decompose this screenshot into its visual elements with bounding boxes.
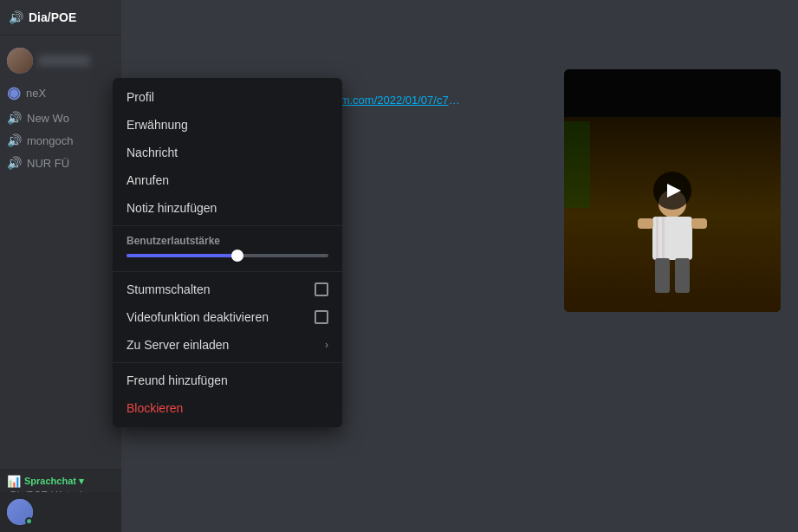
server-name: Dia/POE	[29, 10, 76, 24]
svg-rect-5	[675, 258, 690, 293]
voice-icon-3: 🔊	[7, 156, 22, 170]
ctx-nachricht[interactable]: Nachricht	[113, 139, 342, 166]
channel-list: ◉ neX 🔊 New Wo 🔊 mongoch 🔊 NUR FÜ	[0, 36, 121, 469]
channel-nur-fuer[interactable]: 🔊 NUR FÜ	[0, 152, 121, 174]
user-bar	[0, 492, 121, 532]
video-preview[interactable]	[564, 69, 781, 312]
ctx-separator-3	[113, 362, 342, 363]
volume-section: Benutzerlautstärke	[113, 230, 342, 268]
ctx-stummschalten-label: Stummschalten	[127, 282, 210, 296]
svg-rect-2	[656, 217, 659, 260]
context-menu: Profil Erwähnung Nachricht Anrufen Notiz…	[113, 78, 342, 427]
svg-rect-6	[638, 218, 653, 229]
channel-name-3: NUR FÜ	[27, 157, 69, 170]
ctx-stummschalten[interactable]: Stummschalten	[113, 276, 342, 303]
ctx-blockieren-label: Blockieren	[127, 401, 183, 415]
channel-new-wo[interactable]: 🔊 New Wo	[0, 107, 121, 129]
volume-slider-track[interactable]	[127, 254, 328, 257]
user-item[interactable]	[0, 42, 121, 79]
ctx-stummschalten-checkbox[interactable]	[315, 282, 328, 296]
server-header[interactable]: 🔊 Dia/POE	[0, 0, 121, 36]
discord-logo-icon: ◉	[7, 83, 21, 102]
nex-label: neX	[26, 87, 46, 100]
ctx-server-einladen-chevron: ›	[325, 339, 328, 351]
avatar	[7, 48, 33, 74]
volume-slider-fill	[127, 254, 237, 257]
ctx-video-deaktivieren[interactable]: Videofunktion deaktivieren	[113, 303, 342, 331]
svg-rect-3	[662, 217, 665, 260]
volume-slider-thumb[interactable]	[231, 250, 243, 262]
ctx-erwaehnung-label: Erwähnung	[127, 118, 188, 132]
ctx-nachricht-label: Nachricht	[127, 146, 178, 159]
ctx-erwaehnung[interactable]: Erwähnung	[113, 111, 342, 139]
ctx-video-deaktivieren-checkbox[interactable]	[315, 310, 328, 324]
ctx-video-deaktivieren-label: Videofunktion deaktivieren	[127, 310, 269, 324]
ctx-blockieren[interactable]: Blockieren	[113, 394, 342, 422]
channel-mongoch[interactable]: 🔊 mongoch	[0, 129, 121, 152]
voice-icon-2: 🔊	[7, 133, 22, 147]
svg-rect-7	[691, 218, 707, 229]
ctx-anrufen[interactable]: Anrufen	[113, 166, 342, 194]
ctx-freund-hinzufuegen[interactable]: Freund hinzufügen	[113, 367, 342, 394]
blurred-username	[38, 55, 90, 66]
channel-name-2: mongoch	[27, 134, 73, 147]
own-avatar	[7, 499, 33, 525]
discord-nex-item[interactable]: ◉ neX	[0, 79, 121, 107]
ctx-profil[interactable]: Profil	[113, 83, 342, 111]
ctx-freund-hinzufuegen-label: Freund hinzufügen	[127, 373, 228, 387]
ctx-notiz-label: Notiz hinzufügen	[127, 201, 217, 215]
ctx-separator-1	[113, 225, 342, 226]
play-button[interactable]	[653, 172, 691, 210]
ctx-profil-label: Profil	[127, 90, 154, 104]
channel-name-1: New Wo	[27, 112, 69, 125]
ctx-anrufen-label: Anrufen	[127, 173, 169, 187]
voice-icon-1: 🔊	[7, 111, 22, 125]
ctx-server-einladen[interactable]: Zu Server einladen ›	[113, 331, 342, 359]
sidebar: 🔊 Dia/POE ◉ neX 🔊 New Wo 🔊 mongoch 🔊 NUR…	[0, 0, 121, 532]
volume-label: Benutzerlautstärke	[127, 235, 328, 247]
speaker-icon: 🔊	[9, 10, 23, 24]
sprachchat-label: Sprachchat ▾	[24, 476, 84, 487]
ctx-server-einladen-label: Zu Server einladen	[127, 338, 229, 352]
voice-status-label: 📊 Sprachchat ▾	[7, 475, 114, 488]
svg-rect-4	[655, 258, 670, 293]
play-icon	[667, 184, 681, 198]
online-status-dot	[25, 517, 33, 525]
ctx-notiz[interactable]: Notiz hinzufügen	[113, 194, 342, 222]
video-thumbnail	[564, 69, 781, 312]
ctx-separator-2	[113, 271, 342, 272]
bar-chart-icon: 📊	[7, 475, 21, 488]
